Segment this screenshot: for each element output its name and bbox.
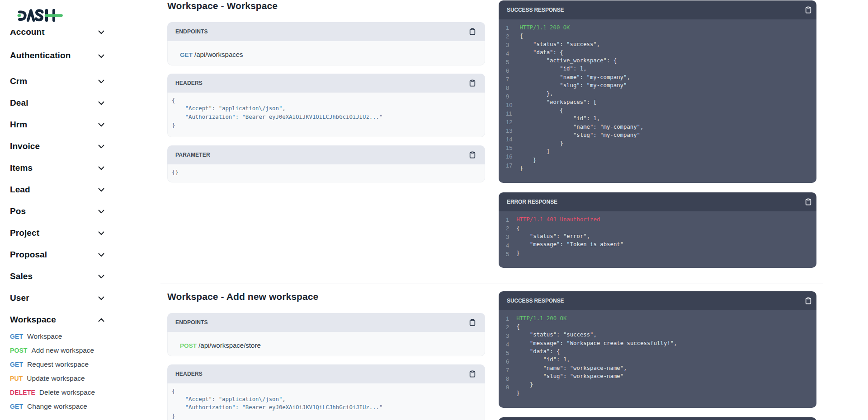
headers-panel-body: { "Accept": "application\/json", "Author… xyxy=(167,383,485,420)
sidebar-item-hrm[interactable]: Hrm xyxy=(10,118,104,131)
copy-button[interactable] xyxy=(469,79,476,87)
sidebar-subitem-label: Add new workspace xyxy=(32,346,94,355)
sidebar-subitem-add-new-workspace[interactable]: POSTAdd new workspace xyxy=(0,344,160,358)
sidebar-subitem-update-workspace[interactable]: PUTUpdate workspace xyxy=(0,372,160,386)
sidebar-item-label: Invoice xyxy=(10,141,40,151)
sidebar-subitem-delete-workspace[interactable]: DELETEDelete workspace xyxy=(0,386,160,400)
copy-button[interactable] xyxy=(469,370,476,378)
error-response-body: 12345HTTP/1.1 401 Unauthorized { "status… xyxy=(499,211,816,267)
sidebar-item-label: Proposal xyxy=(10,250,47,260)
sidebar-nav: AccountAuthenticationCrmDealHrmInvoiceIt… xyxy=(0,30,160,420)
clipboard-icon xyxy=(469,28,476,36)
error-response-header: ERROR RESPONSE xyxy=(499,192,816,211)
parameter-code: {} xyxy=(168,164,485,182)
sidebar-subitem-request-workspace[interactable]: GETRequest workspace xyxy=(0,358,160,372)
headers-code: { "Accept": "application\/json", "Author… xyxy=(168,93,485,137)
error-response-title: ERROR RESPONSE xyxy=(507,199,557,205)
sidebar-item-pos[interactable]: Pos xyxy=(10,205,104,218)
sidebar-item-sales[interactable]: Sales xyxy=(10,270,104,283)
copy-button[interactable] xyxy=(805,297,812,305)
sidebar-item-label: Project xyxy=(10,228,39,238)
sidebar-item-label: Items xyxy=(10,163,33,173)
sidebar-item-deal[interactable]: Deal xyxy=(10,96,104,110)
endpoint-path: /api/workspace/store xyxy=(198,341,261,349)
endpoint: GET/api/workspaces xyxy=(168,41,485,65)
logo[interactable] xyxy=(16,9,63,22)
headers-code: { "Accept": "application\/json", "Author… xyxy=(168,383,485,420)
copy-button[interactable] xyxy=(469,318,476,327)
sidebar-item-user[interactable]: User xyxy=(10,291,104,305)
sidebar-item-proposal[interactable]: Proposal xyxy=(10,248,104,261)
copy-button[interactable] xyxy=(805,6,812,14)
sidebar-item-crm[interactable]: Crm xyxy=(10,75,104,88)
chevron-down-icon xyxy=(98,123,104,127)
http-method-badge: GET xyxy=(10,403,23,410)
sidebar: AccountAuthenticationCrmDealHrmInvoiceIt… xyxy=(0,0,160,420)
sidebar-item-account[interactable]: Account xyxy=(10,30,104,39)
endpoint: POST/api/workspace/store xyxy=(168,332,485,356)
sidebar-item-workspace[interactable]: Workspace xyxy=(10,313,104,327)
sidebar-item-invoice[interactable]: Invoice xyxy=(10,140,104,153)
sidebar-subitem-change-workspace[interactable]: GETChange workspace xyxy=(0,400,160,414)
sidebar-item-project[interactable]: Project xyxy=(10,226,104,240)
sidebar-item-label: Hrm xyxy=(10,120,27,130)
section-title: Workspace - Workspace xyxy=(167,0,485,11)
chevron-up-icon xyxy=(98,318,104,322)
http-status-line: HTTP/1.1 200 OK xyxy=(516,315,566,322)
sidebar-item-label: Workspace xyxy=(10,315,56,325)
sidebar-item-label: Account xyxy=(10,30,45,37)
sidebar-item-items[interactable]: Items xyxy=(10,161,104,175)
chevron-down-icon xyxy=(98,188,104,192)
chevron-down-icon xyxy=(98,30,104,34)
copy-button[interactable] xyxy=(805,198,812,206)
chevron-down-icon xyxy=(98,79,104,84)
chevron-down-icon xyxy=(98,101,104,105)
headers-panel-title: HEADERS xyxy=(175,80,203,86)
copy-button[interactable] xyxy=(469,151,476,159)
clipboard-icon xyxy=(805,198,812,206)
clipboard-icon xyxy=(469,318,476,327)
http-status-line: HTTP/1.1 200 OK xyxy=(519,24,570,31)
sidebar-subitem-workspace[interactable]: GETWorkspace xyxy=(0,330,160,344)
sidebar-item-label: Lead xyxy=(10,185,30,195)
sidebar-item-label: User xyxy=(10,293,29,303)
clipboard-icon xyxy=(469,370,476,378)
sidebar-subitem-label: Update workspace xyxy=(27,374,85,383)
sidebar-item-authentication[interactable]: Authentication xyxy=(10,49,104,62)
success-response-panel: SUCCESS RESPONSE 12345678910111213141516… xyxy=(499,0,816,183)
http-status-line: HTTP/1.1 401 Unauthorized xyxy=(516,216,600,223)
sidebar-item-lead[interactable]: Lead xyxy=(10,183,104,196)
chevron-down-icon xyxy=(98,296,104,300)
sidebar-item-label: Deal xyxy=(10,98,28,108)
clipboard-icon xyxy=(469,151,476,159)
success-response-panel: SUCCESS RESPONSE 123456789HTTP/1.1 200 O… xyxy=(499,291,816,408)
http-method-badge: GET xyxy=(10,333,23,340)
chevron-down-icon xyxy=(98,231,104,235)
response-code: HTTP/1.1 200 OK { "status": "success", "… xyxy=(519,23,643,172)
success-response-header: SUCCESS RESPONSE xyxy=(499,0,816,19)
sidebar-subitem-label: Delete workspace xyxy=(39,388,95,397)
headers-panel: HEADERS { "Accept": "application\/json",… xyxy=(167,364,485,420)
endpoints-panel-title: ENDPOINTS xyxy=(175,319,208,326)
chevron-down-icon xyxy=(98,210,104,214)
copy-button[interactable] xyxy=(469,28,476,36)
clipboard-icon xyxy=(805,297,812,305)
section-title: Workspace - Add new workspace xyxy=(167,291,485,302)
section-workspace: Workspace - Workspace ENDPOINTS GET/api/… xyxy=(160,0,823,284)
success-response-header: SUCCESS RESPONSE xyxy=(499,291,816,310)
endpoints-panel-body: GET/api/workspaces xyxy=(167,41,485,65)
endpoints-panel: ENDPOINTS GET/api/workspaces xyxy=(167,22,485,65)
error-response-panel: ERROR RESPONSE 12345HTTP/1.1 401 Unautho… xyxy=(499,192,816,267)
section-right-column: SUCCESS RESPONSE 123456789HTTP/1.1 200 O… xyxy=(492,291,823,420)
http-method-badge: POST xyxy=(10,347,28,354)
response-code: HTTP/1.1 401 Unauthorized { "status": "e… xyxy=(516,215,623,257)
endpoint-path: /api/workspaces xyxy=(194,51,243,58)
section-add-new-workspace: Workspace - Add new workspace ENDPOINTS … xyxy=(160,284,823,420)
api-doc-page: AccountAuthenticationCrmDealHrmInvoiceIt… xyxy=(0,0,868,420)
success-response-title: SUCCESS RESPONSE xyxy=(507,7,564,13)
sidebar-item-label: Authentication xyxy=(10,51,71,61)
parameter-panel-header: PARAMETER xyxy=(167,145,485,164)
http-method-badge: GET xyxy=(10,361,23,368)
headers-panel-header: HEADERS xyxy=(167,364,485,383)
content: Workspace - Workspace ENDPOINTS GET/api/… xyxy=(160,0,823,420)
